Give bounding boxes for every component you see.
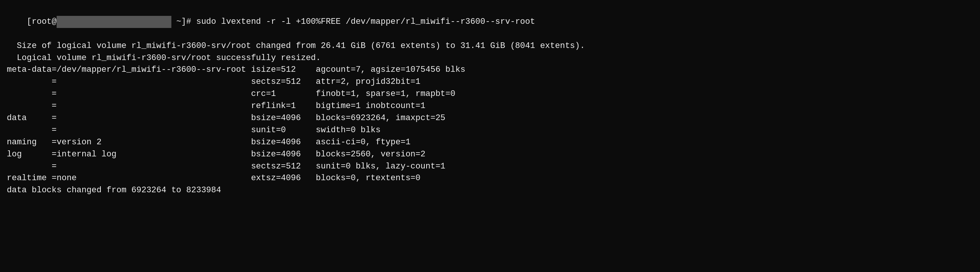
output-line-1: Size of logical volume rl_miwifi-r3600-s…: [7, 40, 973, 52]
output-line-3: meta-data=/dev/mapper/rl_miwifi--r3600--…: [7, 64, 973, 76]
terminal-window: [root@ ~]# sudo lvextend -r -l +100%FREE…: [7, 4, 973, 197]
prompt-command: ~]# sudo lvextend -r -l +100%FREE /dev/m…: [172, 17, 535, 26]
output-line-2: Logical volume rl_miwifi-r3600-srv/root …: [7, 52, 973, 64]
output-line-8: = sunit=0 swidth=0 blks: [7, 124, 973, 136]
prompt-user: [root@: [27, 17, 57, 26]
command-prompt: [root@ ~]# sudo lvextend -r -l +100%FREE…: [7, 4, 973, 40]
output-line-13: data blocks changed from 6923264 to 8233…: [7, 184, 973, 197]
output-line-11: = sectsz=512 sunit=0 blks, lazy-count=1: [7, 160, 973, 173]
output-line-6: = reflink=1 bigtime=1 inobtcount=1: [7, 100, 973, 112]
output-line-5: = crc=1 finobt=1, sparse=1, rmapbt=0: [7, 88, 973, 100]
output-line-12: realtime =none extsz=4096 blocks=0, rtex…: [7, 172, 973, 184]
output-line-7: data = bsize=4096 blocks=6923264, imaxpc…: [7, 112, 973, 124]
output-line-9: naming =version 2 bsize=4096 ascii-ci=0,…: [7, 136, 973, 149]
output-line-10: log =internal log bsize=4096 blocks=2560…: [7, 149, 973, 160]
prompt-host: [57, 16, 172, 28]
output-line-4: = sectsz=512 attr=2, projid32bit=1: [7, 76, 973, 88]
